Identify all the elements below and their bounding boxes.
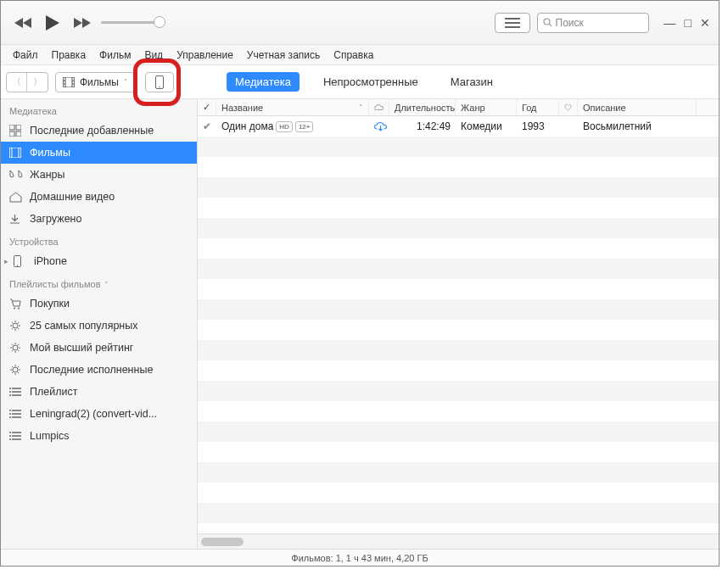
grid-icon (9, 125, 23, 137)
nav-back-button[interactable]: 〈 (7, 73, 27, 92)
body: МедиатекаПоследние добавленныеФильмыЖанр… (1, 99, 719, 549)
svg-point-24 (13, 367, 18, 372)
menu-Управление[interactable]: Управление (170, 49, 240, 61)
sidebar-item-label: Домашние видео (30, 191, 115, 203)
sidebar-item-label: Покупки (30, 298, 70, 310)
window-controls: — □ ✕ (664, 16, 710, 30)
sidebar-item-label: Leningrad(2) (convert-vid... (30, 408, 157, 420)
svg-rect-12 (16, 125, 21, 130)
menu-Справка[interactable]: Справка (327, 49, 380, 61)
sidebar-item-Плейлист[interactable]: Плейлист (1, 381, 197, 403)
svg-point-0 (544, 19, 550, 25)
sidebar-item-iPhone[interactable]: ▸iPhone (1, 250, 197, 272)
sidebar-item-Последние добавленные[interactable]: Последние добавленные (1, 120, 197, 142)
gear-icon (9, 342, 23, 354)
tab-Медиатека[interactable]: Медиатека (227, 72, 300, 92)
sidebar-item-Домашние видео[interactable]: Домашние видео (1, 186, 197, 208)
column-genre[interactable]: Жанр (456, 99, 517, 115)
film-icon (9, 148, 23, 158)
sidebar-item-Leningrad(2)  (convert-vid...[interactable]: Leningrad(2) (convert-vid... (1, 403, 197, 425)
menu-Файл[interactable]: Файл (6, 49, 45, 61)
cell-cloud (369, 121, 389, 131)
svg-rect-15 (9, 148, 21, 158)
sidebar-section-Медиатека: Медиатека (1, 99, 197, 120)
svg-line-1 (549, 24, 552, 26)
search-input[interactable]: Поиск (537, 13, 649, 33)
badge-12+: 12+ (295, 121, 314, 132)
view-tabs: МедиатекаНепросмотренныеМагазин (227, 72, 501, 92)
row-stripes (198, 116, 719, 533)
table-row[interactable]: ✔Один домаHD12+1:42:49Комедии1993Восьмил… (198, 116, 719, 137)
next-track-button[interactable] (72, 17, 91, 29)
menu-Фильм[interactable]: Фильм (92, 49, 137, 61)
sidebar-item-Покупки[interactable]: Покупки (1, 293, 197, 315)
status-text: Фильмов: 1, 1 ч 43 мин, 4,20 ГБ (291, 553, 428, 563)
column-desc[interactable]: Описание (578, 99, 697, 115)
svg-point-28 (9, 410, 11, 411)
sidebar-item-Загружено[interactable]: Загружено (1, 208, 197, 230)
svg-point-27 (9, 394, 11, 396)
minimize-button[interactable]: — (664, 16, 676, 30)
svg-rect-16 (9, 148, 12, 158)
search-icon (543, 18, 552, 27)
masks-icon (9, 170, 23, 181)
svg-point-26 (9, 391, 11, 393)
svg-point-21 (18, 307, 20, 309)
menu-Учетная запись[interactable]: Учетная запись (240, 49, 327, 61)
tab-Магазин[interactable]: Магазин (442, 72, 501, 92)
prev-track-button[interactable] (14, 17, 33, 29)
caret-right-icon: ▸ (4, 257, 8, 265)
column-check[interactable]: ✓ (198, 99, 216, 115)
maximize-button[interactable]: □ (685, 16, 692, 30)
gear-icon (9, 364, 23, 376)
sidebar-item-Lumpics[interactable]: Lumpics (1, 425, 197, 447)
sidebar-item-25 самых популярных[interactable]: 25 самых популярных (1, 315, 197, 337)
content-table: ✓Название ˄ДлительностьЖанрГодОписание ✔… (198, 99, 719, 549)
sidebar-item-label: iPhone (34, 255, 67, 267)
media-type-dropdown[interactable]: Фильмы ˅ (55, 72, 135, 92)
svg-point-22 (13, 323, 18, 328)
svg-rect-4 (72, 77, 75, 87)
column-heart[interactable] (559, 99, 578, 115)
column-duration[interactable]: Длительность (389, 99, 456, 115)
play-button[interactable] (45, 14, 60, 31)
horizontal-scrollbar[interactable] (198, 533, 719, 549)
list-icon (9, 387, 23, 397)
list-icon (9, 409, 23, 419)
toolbar: 〈 〉 Фильмы ˅ МедиатекаНепросмотренныеМаг… (1, 65, 719, 99)
svg-point-30 (9, 416, 11, 418)
sidebar-section-Устройства: Устройства (1, 230, 197, 250)
badge-HD: HD (276, 121, 293, 132)
column-name[interactable]: Название ˄ (216, 99, 369, 115)
table-body: ✔Один домаHD12+1:42:49Комедии1993Восьмил… (198, 116, 719, 533)
close-button[interactable]: ✕ (700, 16, 710, 30)
column-cloud[interactable] (369, 99, 389, 115)
column-year[interactable]: Год (517, 99, 559, 115)
volume-slider[interactable] (101, 21, 162, 24)
sidebar-item-Последние исполненные[interactable]: Последние исполненные (1, 359, 197, 381)
svg-point-31 (9, 432, 11, 433)
menu-Правка[interactable]: Правка (45, 49, 93, 61)
itunes-window: Поиск — □ ✕ ФайлПравкаФильмВидУправление… (0, 0, 720, 567)
sidebar-item-Мой высший рейтинг[interactable]: Мой высший рейтинг (1, 337, 197, 359)
svg-rect-11 (9, 125, 14, 130)
svg-point-23 (13, 345, 18, 350)
sidebar-item-label: 25 самых популярных (30, 320, 138, 332)
device-button[interactable] (145, 72, 174, 92)
menu-Вид[interactable]: Вид (137, 49, 170, 61)
nav-forward-button[interactable]: 〉 (27, 73, 48, 92)
sidebar-item-label: Lumpics (30, 430, 70, 442)
svg-point-20 (14, 307, 15, 309)
tab-Непросмотренные[interactable]: Непросмотренные (315, 72, 427, 92)
svg-rect-2 (63, 77, 75, 87)
sidebar-item-label: Фильмы (30, 147, 70, 159)
sidebar-item-Жанры[interactable]: Жанры (1, 164, 197, 186)
nav-back-forward: 〈 〉 (6, 72, 48, 92)
view-list-button[interactable] (495, 13, 530, 33)
chevron-down-icon: ˅ (124, 78, 127, 86)
svg-point-33 (9, 438, 11, 440)
sidebar-section-Плейлисты фильмов: Плейлисты фильмов˅ (1, 272, 197, 293)
statusbar: Фильмов: 1, 1 ч 43 мин, 4,20 ГБ (1, 549, 719, 566)
sidebar-item-Фильмы[interactable]: Фильмы (1, 142, 197, 164)
chevron-down-icon: ˅ (104, 281, 109, 289)
